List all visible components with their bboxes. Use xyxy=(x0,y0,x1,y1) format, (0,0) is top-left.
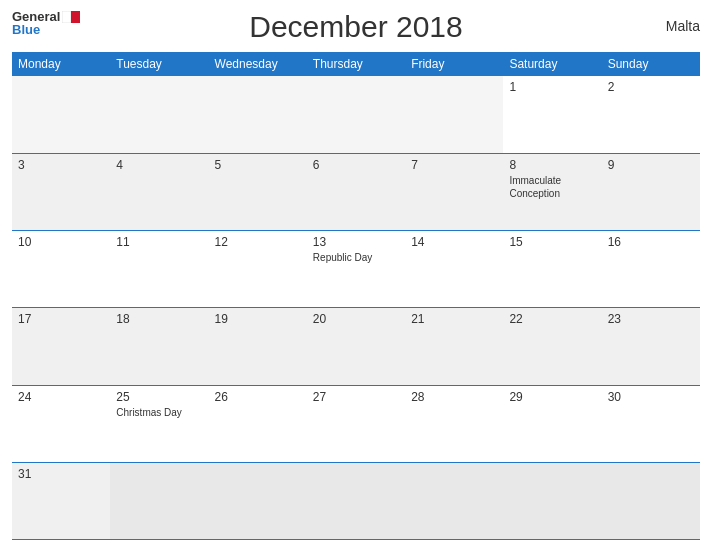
day-cell: 10 xyxy=(12,231,110,308)
day-cell: 22 xyxy=(503,308,601,385)
week-row-1: 345678Immaculate Conception9 xyxy=(12,153,700,230)
day-number: 13 xyxy=(313,235,399,249)
day-cell: 28 xyxy=(405,385,503,462)
day-number: 24 xyxy=(18,390,104,404)
day-cell: 1 xyxy=(503,76,601,153)
calendar-header: General Blue December 2018 Malta xyxy=(12,10,700,44)
day-cell: 19 xyxy=(209,308,307,385)
day-cell: 17 xyxy=(12,308,110,385)
day-cell xyxy=(503,462,601,539)
day-number: 27 xyxy=(313,390,399,404)
day-cell xyxy=(110,462,208,539)
day-number: 18 xyxy=(116,312,202,326)
day-cell: 25Christmas Day xyxy=(110,385,208,462)
day-cell: 31 xyxy=(12,462,110,539)
day-number: 19 xyxy=(215,312,301,326)
day-cell: 12 xyxy=(209,231,307,308)
day-cell: 24 xyxy=(12,385,110,462)
country-label: Malta xyxy=(666,18,700,34)
day-number: 8 xyxy=(509,158,595,172)
day-number: 9 xyxy=(608,158,694,172)
day-number: 2 xyxy=(608,80,694,94)
calendar-body: 12345678Immaculate Conception910111213Re… xyxy=(12,76,700,540)
day-cell: 18 xyxy=(110,308,208,385)
col-sunday: Sunday xyxy=(602,52,700,76)
day-cell xyxy=(110,76,208,153)
holiday-name: Christmas Day xyxy=(116,406,202,419)
day-cell: 27 xyxy=(307,385,405,462)
day-cell: 26 xyxy=(209,385,307,462)
day-number: 11 xyxy=(116,235,202,249)
day-number: 16 xyxy=(608,235,694,249)
day-number: 7 xyxy=(411,158,497,172)
week-row-4: 2425Christmas Day2627282930 xyxy=(12,385,700,462)
day-cell xyxy=(12,76,110,153)
day-number: 3 xyxy=(18,158,104,172)
day-cell: 13Republic Day xyxy=(307,231,405,308)
month-title: December 2018 xyxy=(249,10,462,44)
day-cell xyxy=(307,462,405,539)
col-saturday: Saturday xyxy=(503,52,601,76)
holiday-name: Immaculate Conception xyxy=(509,174,595,200)
day-cell: 6 xyxy=(307,153,405,230)
day-number: 23 xyxy=(608,312,694,326)
day-cell: 21 xyxy=(405,308,503,385)
col-tuesday: Tuesday xyxy=(110,52,208,76)
day-cell: 11 xyxy=(110,231,208,308)
day-number: 17 xyxy=(18,312,104,326)
svg-rect-1 xyxy=(71,11,80,23)
day-number: 31 xyxy=(18,467,104,481)
day-cell: 16 xyxy=(602,231,700,308)
days-header-row: Monday Tuesday Wednesday Thursday Friday… xyxy=(12,52,700,76)
logo: General Blue xyxy=(12,10,80,36)
logo-blue-text: Blue xyxy=(12,23,40,36)
day-cell: 3 xyxy=(12,153,110,230)
day-number: 20 xyxy=(313,312,399,326)
day-number: 5 xyxy=(215,158,301,172)
day-cell: 15 xyxy=(503,231,601,308)
day-number: 12 xyxy=(215,235,301,249)
week-row-2: 10111213Republic Day141516 xyxy=(12,231,700,308)
day-cell: 4 xyxy=(110,153,208,230)
day-number: 6 xyxy=(313,158,399,172)
day-number: 4 xyxy=(116,158,202,172)
day-number: 29 xyxy=(509,390,595,404)
day-cell xyxy=(602,462,700,539)
col-friday: Friday xyxy=(405,52,503,76)
day-cell: 14 xyxy=(405,231,503,308)
day-cell: 5 xyxy=(209,153,307,230)
day-number: 10 xyxy=(18,235,104,249)
day-cell: 30 xyxy=(602,385,700,462)
col-thursday: Thursday xyxy=(307,52,405,76)
day-cell xyxy=(307,76,405,153)
day-number: 14 xyxy=(411,235,497,249)
day-number: 15 xyxy=(509,235,595,249)
day-cell: 29 xyxy=(503,385,601,462)
day-cell: 7 xyxy=(405,153,503,230)
day-cell: 8Immaculate Conception xyxy=(503,153,601,230)
day-cell: 9 xyxy=(602,153,700,230)
col-wednesday: Wednesday xyxy=(209,52,307,76)
logo-flag-icon xyxy=(62,11,80,23)
calendar-table: Monday Tuesday Wednesday Thursday Friday… xyxy=(12,52,700,540)
svg-rect-0 xyxy=(62,11,71,23)
day-cell: 2 xyxy=(602,76,700,153)
day-cell xyxy=(405,76,503,153)
day-number: 22 xyxy=(509,312,595,326)
day-number: 28 xyxy=(411,390,497,404)
day-number: 25 xyxy=(116,390,202,404)
week-row-0: 12 xyxy=(12,76,700,153)
week-row-3: 17181920212223 xyxy=(12,308,700,385)
day-number: 21 xyxy=(411,312,497,326)
col-monday: Monday xyxy=(12,52,110,76)
day-number: 1 xyxy=(509,80,595,94)
day-number: 30 xyxy=(608,390,694,404)
day-cell xyxy=(209,462,307,539)
day-cell: 20 xyxy=(307,308,405,385)
calendar-thead: Monday Tuesday Wednesday Thursday Friday… xyxy=(12,52,700,76)
week-row-5: 31 xyxy=(12,462,700,539)
holiday-name: Republic Day xyxy=(313,251,399,264)
day-cell xyxy=(405,462,503,539)
day-number: 26 xyxy=(215,390,301,404)
day-cell: 23 xyxy=(602,308,700,385)
